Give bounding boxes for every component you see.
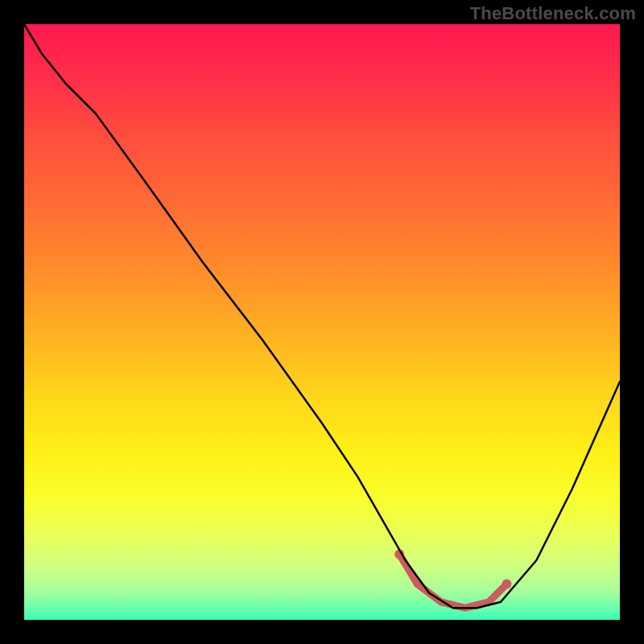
optimal-range-highlight xyxy=(399,555,506,609)
watermark-text: TheBottleneck.com xyxy=(470,3,636,24)
optimal-range-end-dot xyxy=(502,580,511,589)
curve-svg xyxy=(24,24,620,620)
plot-area xyxy=(24,24,620,620)
chart-frame: TheBottleneck.com xyxy=(0,0,644,644)
bottleneck-curve xyxy=(24,24,620,608)
